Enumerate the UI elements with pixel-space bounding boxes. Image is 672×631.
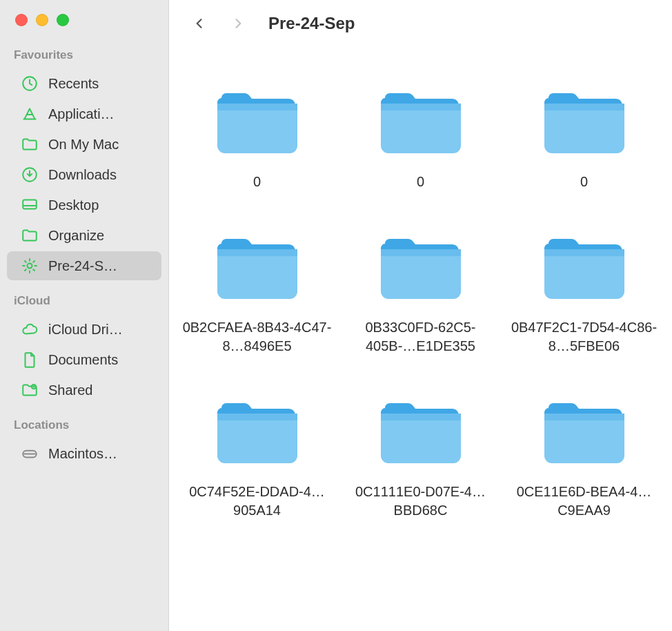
sidebar-item[interactable]: On My Mac [7,130,161,159]
folder-item[interactable]: 0CE11E6D-BEA4-4…C9EAA9 [508,400,660,520]
folder-icon [215,90,300,159]
clock-icon [21,75,39,93]
sidebar-item-label: Desktop [48,197,152,213]
sidebar-item-label: Applicati… [48,106,152,122]
fullscreen-window-button[interactable] [57,14,69,26]
back-button[interactable] [186,10,213,37]
folder-icon [542,90,627,159]
folder-icon [542,235,627,304]
sidebar-item-label: Documents [48,352,152,368]
folder-label: 0C1111E0-D07E-4…BBD68C [345,483,497,520]
window-controls [0,7,168,44]
sidebar: FavouritesRecentsApplicati…On My MacDown… [0,0,169,631]
sidebar-item-label: Downloads [48,167,152,183]
folder-label: 0B33C0FD-62C5-405B-…E1DE355 [345,318,497,356]
folder-item[interactable]: 0B2CFAEA-8B43-4C47-8…8496E5 [181,235,333,356]
sidebar-section-label: Locations [0,406,168,438]
gear-icon [21,257,39,275]
folder-label: 0 [580,173,588,191]
sidebar-item-label: iCloud Dri… [48,322,152,338]
sidebar-section-label: Favourites [0,44,168,68]
close-window-button[interactable] [15,14,28,26]
cloud-icon [21,320,39,338]
chevron-left-icon [192,17,206,30]
sidebar-item-label: Organize [48,228,152,244]
folder-item[interactable]: 0B47F2C1-7D54-4C86-8…5FBE06 [508,235,660,356]
forward-button[interactable] [224,10,252,37]
folder-outline-icon [21,135,39,153]
sidebar-item[interactable]: Organize [7,221,161,250]
folder-content: 0000B2CFAEA-8B43-4C47-8…8496E50B33C0FD-6… [169,47,672,631]
sidebar-item-label: On My Mac [48,137,152,153]
folder-item[interactable]: 0 [345,90,497,191]
folder-icon [378,400,464,469]
document-icon [21,351,39,369]
folder-icon [378,90,464,159]
desktop-icon [21,196,39,214]
folder-label: 0 [253,173,261,191]
sidebar-item[interactable]: Documents [7,345,161,374]
main-pane: Pre-24-Sep 0000B2CFAEA-8B43-4C47-8…8496E… [169,0,672,631]
folder-item[interactable]: 0C1111E0-D07E-4…BBD68C [345,400,497,520]
sidebar-item[interactable]: Pre-24-S… [7,251,161,280]
folder-icon [378,235,464,304]
sidebar-item[interactable]: Downloads [7,160,161,189]
folder-item[interactable]: 0B33C0FD-62C5-405B-…E1DE355 [345,235,497,356]
folder-item[interactable]: 0 [508,90,660,191]
sidebar-item[interactable]: Macintos… [7,439,161,468]
folder-icon [215,400,300,469]
folder-outline-icon [21,226,39,244]
toolbar: Pre-24-Sep [169,0,672,47]
folder-item[interactable]: 0 [181,90,333,191]
folder-label: 0B47F2C1-7D54-4C86-8…5FBE06 [508,318,660,356]
disk-icon [21,445,39,463]
sidebar-item[interactable]: iCloud Dri… [7,315,161,344]
folder-label: 0CE11E6D-BEA4-4…C9EAA9 [508,483,660,520]
folder-label: 0B2CFAEA-8B43-4C47-8…8496E5 [181,318,333,356]
minimize-window-button[interactable] [36,14,48,26]
applications-icon [21,105,39,123]
sidebar-item[interactable]: Applicati… [7,99,161,128]
sidebar-item[interactable]: Recents [7,69,161,98]
folder-icon [542,400,627,469]
folder-icon [215,235,300,304]
sidebar-item[interactable]: Desktop [7,191,161,220]
sidebar-item-label: Pre-24-S… [48,258,152,274]
sidebar-section-label: iCloud [0,282,168,313]
sidebar-item[interactable]: Shared [7,376,161,405]
folder-title: Pre-24-Sep [268,14,355,33]
sidebar-item-label: Recents [48,76,152,92]
folder-item[interactable]: 0C74F52E-DDAD-4…905A14 [181,400,333,520]
chevron-right-icon [231,17,245,30]
shared-folder-icon [21,381,39,399]
folder-label: 0C74F52E-DDAD-4…905A14 [181,483,333,520]
download-circle-icon [21,166,39,184]
sidebar-item-label: Macintos… [48,446,152,462]
folder-label: 0 [417,173,424,191]
sidebar-item-label: Shared [48,382,152,398]
